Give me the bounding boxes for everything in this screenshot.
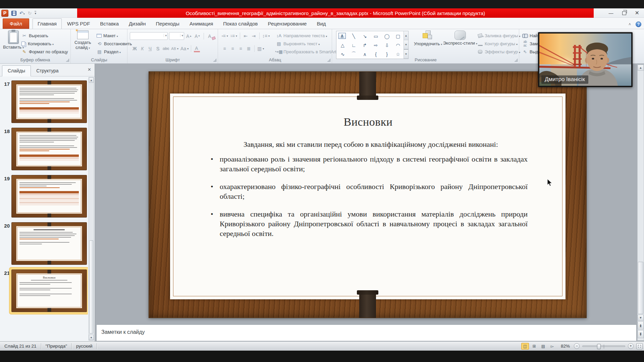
shape-effects-button[interactable]: Эффекты фигур — [477, 48, 520, 56]
clipboard-dialog-launcher[interactable] — [66, 59, 69, 62]
columns-button[interactable]: ▥ — [257, 45, 265, 52]
tab-file[interactable]: Файл — [3, 18, 29, 29]
help-icon[interactable]: ? — [636, 21, 641, 27]
cut-button[interactable]: ✂Вырезать — [21, 32, 68, 40]
slide-thumbnail-21[interactable]: 21Висновки — [2, 269, 88, 317]
shrink-font-button[interactable]: А▼ — [194, 33, 201, 40]
next-slide-button[interactable]: ▼▼ — [638, 330, 644, 338]
webcam-overlay[interactable]: Дмитро Іванісік — [538, 32, 633, 87]
zoom-slider-thumb[interactable] — [597, 344, 601, 349]
status-language[interactable]: русский — [72, 344, 97, 349]
shape-cell-9[interactable]: ⇨ — [370, 41, 381, 50]
shape-cell-3[interactable]: ▭ — [370, 32, 381, 41]
paragraph-dialog-launcher[interactable] — [327, 59, 330, 62]
strikethrough-button[interactable]: abc — [162, 45, 170, 52]
quick-styles-button[interactable]: Экспресс-стили — [443, 31, 477, 46]
notes-pane[interactable]: Заметки к слайду — [96, 324, 637, 341]
smartart-button[interactable]: ↪▦Преобразовать в SmartArt — [276, 48, 339, 56]
slide-thumbnail-20[interactable]: 20 — [2, 222, 88, 269]
scroll-down-icon[interactable]: ▼ — [638, 315, 644, 321]
redo-icon[interactable]: ↻ — [28, 11, 32, 15]
panel-scroll-up-icon[interactable]: ▲ — [89, 77, 94, 83]
shape-cell-10[interactable]: ⇩ — [381, 41, 392, 50]
restore-button[interactable] — [622, 11, 626, 15]
tab-insert[interactable]: Вставка — [95, 19, 123, 29]
undo-icon[interactable]: ↶▾ — [19, 11, 25, 15]
tab-design[interactable]: Дизайн — [124, 19, 150, 29]
shapes-scroll-up-icon[interactable]: ▲ — [404, 31, 408, 40]
text-direction-button[interactable]: ↕AНаправление текста — [276, 32, 339, 40]
tab-animation[interactable]: Анимация — [185, 19, 218, 29]
previous-slide-button[interactable]: ▲▲ — [638, 321, 644, 329]
align-center-icon[interactable]: ≡ — [229, 45, 236, 52]
increase-indent-icon[interactable]: ⇥ — [250, 32, 257, 40]
shape-cell-2[interactable]: ↘ — [359, 32, 370, 41]
new-slide-button[interactable]: Создатьслайд — [74, 31, 91, 50]
slide-canvas[interactable]: Висновки Завдання, які ми ставили перед … — [149, 71, 587, 318]
section-button[interactable]: ▤Раздел — [97, 48, 132, 56]
zoom-in-button[interactable]: + — [628, 343, 634, 349]
shape-cell-0[interactable]: A — [338, 33, 346, 39]
powerpoint-app-icon[interactable]: P — [1, 10, 8, 17]
underline-button[interactable]: Ч — [147, 45, 154, 52]
change-case-button[interactable]: Аа — [180, 45, 189, 52]
italic-button[interactable]: К — [139, 45, 146, 52]
font-dialog-launcher[interactable] — [213, 59, 216, 62]
scroll-up-icon[interactable]: ▲ — [638, 65, 644, 71]
shape-cell-11[interactable]: ◠ — [392, 41, 404, 50]
slide-thumbnail-19[interactable]: 19 — [2, 175, 88, 222]
align-left-icon[interactable]: ≡ — [221, 45, 228, 52]
shape-cell-6[interactable]: △ — [337, 41, 348, 50]
editor-scrollbar[interactable]: ▲ ▼ ▲▲ ▼▼ — [637, 64, 644, 341]
shape-cell-8[interactable]: ↱ — [359, 41, 370, 50]
save-icon[interactable] — [11, 11, 16, 16]
close-button[interactable]: ✕ — [635, 10, 639, 16]
arrange-button[interactable]: Упорядочить — [414, 31, 442, 47]
copy-button[interactable]: Копировать — [21, 40, 68, 48]
shape-cell-1[interactable]: ╲ — [348, 32, 359, 41]
shape-outline-button[interactable]: Контур фигуры — [477, 40, 520, 48]
shape-cell-4[interactable]: ◯ — [381, 32, 392, 41]
font-name-combo[interactable] — [130, 32, 168, 40]
slide-bullets[interactable]: проаналізовано роль і значення регіональ… — [209, 154, 528, 238]
text-shadow-button[interactable]: S — [154, 45, 161, 52]
tab-transitions[interactable]: Переходы — [151, 19, 184, 29]
align-right-icon[interactable]: ≡ — [237, 45, 244, 52]
paste-button[interactable]: Вставить — [3, 31, 24, 50]
justify-icon[interactable]: ≣ — [245, 45, 252, 52]
shape-cell-7[interactable]: ∟ — [348, 41, 359, 50]
slide-title[interactable]: Висновки — [209, 116, 528, 128]
panel-scroll-thumb[interactable] — [89, 240, 93, 334]
layout-button[interactable]: Макет — [97, 32, 132, 40]
character-spacing-button[interactable]: АВ — [170, 45, 179, 52]
minimize-button[interactable]: — — [609, 11, 613, 15]
collapse-ribbon-icon[interactable]: ˄ — [629, 22, 631, 27]
clear-formatting-button[interactable]: А — [206, 33, 213, 40]
drawing-dialog-launcher[interactable] — [515, 59, 518, 62]
normal-view-button[interactable]: ◫ — [521, 343, 529, 350]
tab-view[interactable]: Вид — [312, 19, 330, 29]
bold-button[interactable]: Ж — [131, 45, 138, 52]
zoom-out-button[interactable]: − — [574, 343, 580, 349]
reset-button[interactable]: ⟲Восстановить — [97, 40, 132, 48]
customize-qat-icon[interactable]: ▾ — [35, 11, 36, 15]
bullets-button[interactable]: •≡ — [221, 32, 229, 40]
panel-scrollbar[interactable]: ▲ ▼ — [89, 77, 94, 341]
tab-review[interactable]: Рецензирование — [263, 19, 312, 29]
font-color-button[interactable]: А — [193, 45, 200, 52]
grow-font-button[interactable]: А▲ — [185, 33, 193, 40]
format-painter-button[interactable]: ✎Формат по образцу — [21, 48, 68, 56]
tab-outline[interactable]: Структура — [31, 66, 64, 76]
slide-thumbnail-18[interactable]: 18 — [2, 128, 88, 175]
slide-sorter-button[interactable]: ⊞ — [530, 343, 538, 350]
panel-scroll-down-icon[interactable]: ▼ — [89, 335, 94, 340]
tab-home[interactable]: Главная — [33, 18, 62, 29]
scroll-thumb[interactable] — [638, 262, 643, 314]
line-spacing-button[interactable]: ↕≡ — [262, 32, 270, 40]
tab-wps-pdf[interactable]: WPS PDF — [62, 19, 95, 29]
slide-thumbnail-17[interactable]: 17 — [2, 80, 88, 128]
tab-slides-thumbnails[interactable]: Слайды — [2, 65, 31, 76]
numbering-button[interactable]: 1≡ — [230, 32, 238, 40]
shapes-scroll-down-icon[interactable]: ▼ — [404, 40, 408, 49]
slideshow-button[interactable]: ▻ — [548, 343, 556, 350]
